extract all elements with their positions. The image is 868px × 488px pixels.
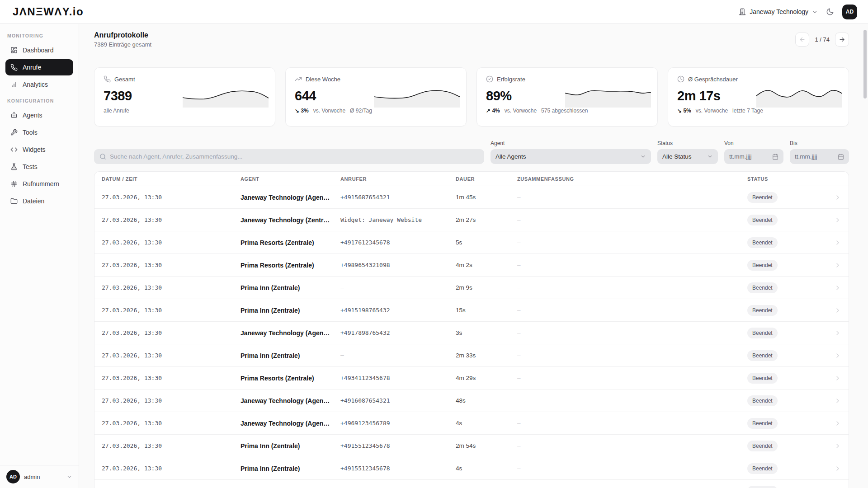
cell-summary: –	[517, 442, 747, 449]
date-from-input[interactable]: tt.mm.jjjj	[724, 149, 783, 164]
sparkline-chart	[374, 86, 460, 108]
stat-card: Diese Woche 644 ↘ 3%vs. VorwocheØ 92/Tag	[285, 67, 467, 127]
table-row[interactable]: 27.03.2026, 13:30 Prima Inn (Zentrale) +…	[94, 299, 849, 322]
chevron-right-icon	[834, 442, 841, 450]
cell-agent: Prima Resorts (Zentrale)	[241, 239, 340, 246]
sidebar-item-tools[interactable]: Tools	[5, 124, 73, 141]
table-row[interactable]: 27.03.2026, 13:30 Prima Inn (Zentrale) –…	[94, 480, 849, 488]
column-header: STATUS	[747, 176, 841, 182]
sidebar-item-rufnummern[interactable]: Rufnummern	[5, 176, 73, 192]
cell-agent: Janeway Technology (Agen…	[241, 329, 340, 337]
chevron-down-icon	[812, 9, 818, 15]
sidebar-item-widgets[interactable]: Widgets	[5, 141, 73, 158]
stat-card: Erfolgsrate 89% ↗ 4%vs. Vorwoche575 abge…	[476, 67, 658, 127]
date-to-input[interactable]: tt.mm.jjjj	[790, 149, 849, 164]
table-row[interactable]: 27.03.2026, 13:30 Janeway Technology (Ag…	[94, 412, 849, 435]
cell-datetime: 27.03.2026, 13:30	[102, 352, 241, 359]
wrench-icon	[10, 129, 18, 136]
table-row[interactable]: 27.03.2026, 13:30 Prima Inn (Zentrale) +…	[94, 435, 849, 457]
cell-caller: +4934112345678	[340, 375, 456, 381]
org-switcher[interactable]: Janeway Technology	[739, 8, 818, 15]
sparkline-chart	[183, 86, 269, 108]
app-logo: JΛNΞWΛY.io	[13, 5, 84, 18]
chevron-right-icon	[834, 262, 841, 269]
chevron-down-icon	[66, 474, 72, 480]
chart-icon	[10, 81, 18, 88]
column-header: AGENT	[241, 176, 340, 182]
cell-datetime: 27.03.2026, 13:30	[102, 420, 241, 427]
chevron-right-icon	[834, 284, 841, 291]
cell-agent: Prima Resorts (Zentrale)	[241, 375, 340, 382]
folder-icon	[10, 197, 18, 205]
cell-caller: +4917612345678	[340, 239, 456, 246]
check-icon	[486, 75, 493, 83]
dark-mode-toggle[interactable]	[826, 8, 834, 16]
table-row[interactable]: 27.03.2026, 13:30 Janeway Technology (Ag…	[94, 186, 849, 209]
prev-page-button[interactable]	[795, 33, 809, 47]
status-badge: Beendet	[747, 395, 778, 406]
table-row[interactable]: 27.03.2026, 13:30 Prima Resorts (Zentral…	[94, 231, 849, 254]
cell-caller: –	[340, 284, 456, 291]
stat-card-subtext: ↘ 3%vs. VorwocheØ 92/Tag	[295, 108, 457, 114]
sidebar-item-agents[interactable]: Agents	[5, 107, 73, 123]
sidebar-item-dashboard[interactable]: Dashboard	[5, 42, 73, 58]
building-icon	[739, 8, 746, 15]
column-header: DAUER	[456, 176, 517, 182]
page-subtitle: 7389 Einträge gesamt	[94, 41, 151, 48]
user-avatar[interactable]: AD	[842, 5, 857, 19]
date-from-label: Von	[724, 140, 783, 146]
sidebar-item-analytics[interactable]: Analytics	[5, 76, 73, 93]
next-page-button[interactable]	[835, 33, 849, 47]
cell-duration: 15s	[456, 307, 517, 314]
stat-card-subtext: ↗ 4%vs. Vorwoche575 abgeschlossen	[486, 108, 648, 114]
scrollbar-thumb[interactable]	[863, 30, 867, 99]
table-row[interactable]: 27.03.2026, 13:30 Prima Resorts (Zentral…	[94, 367, 849, 389]
table-header: DATUM / ZEIT AGENT ANRUFER DAUER ZUSAMME…	[94, 172, 849, 186]
table-row[interactable]: 27.03.2026, 13:30 Prima Inn (Zentrale) –…	[94, 277, 849, 299]
org-name: Janeway Technology	[750, 8, 808, 15]
cell-duration: 2m 9s	[456, 284, 517, 291]
flask-icon	[10, 163, 18, 170]
clock-icon	[677, 75, 684, 83]
cell-duration: 1m 45s	[456, 194, 517, 201]
stat-card-label: Gesamt	[114, 76, 135, 83]
nav-item-label: Rufnummern	[23, 180, 59, 188]
sidebar-item-tests[interactable]: Tests	[5, 159, 73, 175]
cell-duration: 5s	[456, 239, 517, 246]
sidebar-item-dateien[interactable]: Dateien	[5, 193, 73, 209]
cell-agent: Prima Inn (Zentrale)	[241, 307, 340, 314]
table-row[interactable]: 27.03.2026, 13:30 Prima Inn (Zentrale) +…	[94, 457, 849, 480]
cell-datetime: 27.03.2026, 13:30	[102, 284, 241, 291]
cell-agent: Prima Inn (Zentrale)	[241, 284, 340, 291]
sidebar-user-menu[interactable]: AD admin	[0, 465, 79, 488]
cell-duration: 4m 2s	[456, 262, 517, 268]
cell-caller: –	[340, 352, 456, 359]
table-row[interactable]: 27.03.2026, 13:30 Janeway Technology (Ag…	[94, 389, 849, 412]
table-row[interactable]: 27.03.2026, 13:30 Prima Inn (Zentrale) –…	[94, 344, 849, 367]
stat-card: Ø Gesprächsdauer 2m 17s ↘ 5%vs. Vorwoche…	[668, 67, 849, 127]
nav-item-label: Analytics	[23, 81, 48, 88]
page-header: Anrufprotokolle 7389 Einträge gesamt 1 /…	[79, 24, 868, 54]
status-filter-select[interactable]: Alle Status	[657, 149, 718, 164]
cell-summary: –	[517, 239, 747, 246]
cell-summary: –	[517, 375, 747, 381]
cell-datetime: 27.03.2026, 13:30	[102, 194, 241, 201]
cell-agent: Prima Inn (Zentrale)	[241, 352, 340, 359]
table-row[interactable]: 27.03.2026, 13:30 Prima Resorts (Zentral…	[94, 254, 849, 277]
code-icon	[10, 146, 18, 153]
table-row[interactable]: 27.03.2026, 13:30 Janeway Technology (Ze…	[94, 209, 849, 231]
agent-filter-select[interactable]: Alle Agents	[491, 149, 651, 164]
search-input[interactable]	[110, 153, 479, 160]
dashboard-icon	[10, 47, 18, 54]
table-row[interactable]: 27.03.2026, 13:30 Janeway Technology (Ag…	[94, 322, 849, 344]
agent-filter-label: Agent	[491, 140, 651, 146]
sidebar-item-anrufe[interactable]: Anrufe	[5, 59, 73, 75]
page-title: Anrufprotokolle	[94, 31, 151, 39]
cell-summary: –	[517, 397, 747, 404]
nav-item-label: Widgets	[23, 146, 46, 153]
cell-duration: 4s	[456, 420, 517, 427]
cell-agent: Janeway Technology (Agen…	[241, 194, 340, 201]
search-icon	[99, 153, 106, 160]
cell-datetime: 27.03.2026, 13:30	[102, 307, 241, 314]
cell-datetime: 27.03.2026, 13:30	[102, 375, 241, 381]
